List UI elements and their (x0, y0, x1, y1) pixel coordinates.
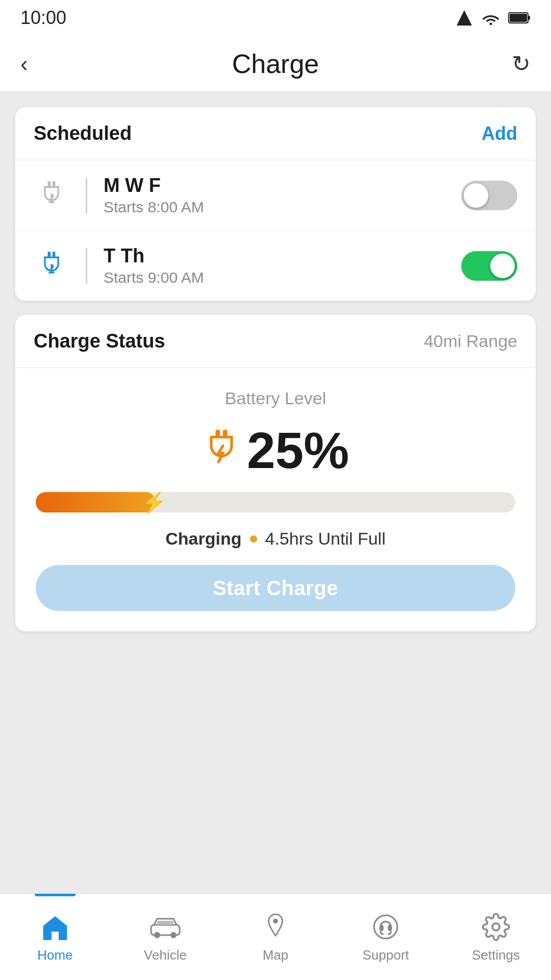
nav-label-map: Map (263, 947, 289, 963)
refresh-button[interactable]: ↻ (500, 51, 531, 77)
schedule-item-1: T Th Starts 9:00 AM (15, 231, 536, 301)
progress-bar: ⚡ (36, 492, 515, 512)
battery-label: Battery Level (225, 388, 326, 408)
charge-status-body: Battery Level 25% ⚡ (15, 368, 536, 631)
divider (86, 178, 87, 213)
nav-label-settings: Settings (472, 947, 520, 963)
toggle-1[interactable] (461, 251, 517, 281)
status-time: 10:00 (20, 7, 66, 29)
svg-rect-3 (510, 14, 527, 22)
svg-point-15 (154, 932, 160, 938)
nav-label-vehicle: Vehicle (144, 947, 187, 963)
svg-point-19 (374, 915, 397, 939)
svg-marker-0 (457, 10, 472, 26)
schedule-info-0: M W F Starts 8:00 AM (104, 175, 449, 216)
page-title: Charge (232, 48, 319, 79)
progress-bar-fill: ⚡ (36, 492, 156, 512)
scheduled-title: Scheduled (34, 122, 132, 144)
svg-rect-2 (528, 16, 530, 20)
divider (86, 248, 87, 284)
vehicle-icon (149, 911, 182, 943)
add-schedule-button[interactable]: Add (482, 123, 517, 144)
charging-plug-icon (202, 430, 241, 471)
nav-item-map[interactable]: Map (220, 894, 331, 980)
schedule-info-1: T Th Starts 9:00 AM (104, 245, 449, 286)
status-bar: 10:00 (0, 0, 551, 36)
home-icon (39, 911, 71, 943)
charge-status-header: Charge Status 40mi Range (15, 315, 536, 368)
scheduled-card: Scheduled Add M W F Starts 8:00 AM (15, 107, 536, 301)
nav-label-home: Home (37, 947, 72, 963)
status-icons (455, 9, 531, 27)
battery-percent-row: 25% (202, 425, 349, 476)
svg-rect-17 (157, 921, 173, 925)
charging-label: Charging (165, 529, 241, 549)
svg-point-22 (492, 923, 499, 930)
svg-point-18 (273, 919, 278, 924)
charge-status-title: Charge Status (34, 330, 165, 352)
nav-label-support: Support (362, 947, 409, 963)
schedule-days-0: M W F (104, 175, 449, 197)
bottom-nav: Home Vehicle Map (0, 893, 551, 980)
nav-item-settings[interactable]: Settings (441, 894, 551, 980)
svg-point-16 (170, 932, 177, 938)
plug-icon-inactive (34, 181, 69, 210)
nav-item-support[interactable]: Support (331, 894, 441, 980)
schedule-time-1: Starts 9:00 AM (104, 269, 449, 286)
schedule-time-0: Starts 8:00 AM (104, 199, 449, 216)
svg-rect-21 (388, 925, 392, 931)
map-icon (259, 911, 292, 943)
signal-icon (455, 9, 473, 27)
charging-status-text: Charging 4.5hrs Until Full (165, 529, 385, 549)
toggle-knob-0 (464, 183, 488, 208)
until-full-text: 4.5hrs Until Full (265, 529, 386, 549)
svg-rect-20 (380, 925, 384, 931)
support-icon (369, 911, 402, 943)
charge-status-card: Charge Status 40mi Range Battery Level 2… (15, 315, 536, 631)
wifi-icon (481, 10, 501, 26)
header: ‹ Charge ↻ (0, 36, 551, 92)
dot-separator (250, 535, 257, 543)
schedule-days-1: T Th (104, 245, 449, 267)
nav-item-vehicle[interactable]: Vehicle (110, 894, 220, 980)
schedule-item-0: M W F Starts 8:00 AM (15, 160, 536, 231)
main-content: Scheduled Add M W F Starts 8:00 AM (0, 92, 551, 893)
start-charge-button[interactable]: Start Charge (36, 565, 515, 611)
scheduled-header: Scheduled Add (15, 107, 536, 160)
plug-icon-active (34, 252, 69, 280)
toggle-0[interactable] (461, 181, 517, 210)
back-button[interactable]: ‹ (20, 51, 51, 77)
toggle-knob-1 (490, 254, 515, 278)
charge-range: 40mi Range (424, 331, 517, 351)
settings-icon (480, 911, 512, 943)
nav-item-home[interactable]: Home (0, 894, 110, 980)
battery-percent-value: 25% (247, 425, 349, 476)
battery-icon (508, 11, 531, 24)
progress-lightning-icon: ⚡ (141, 491, 167, 514)
